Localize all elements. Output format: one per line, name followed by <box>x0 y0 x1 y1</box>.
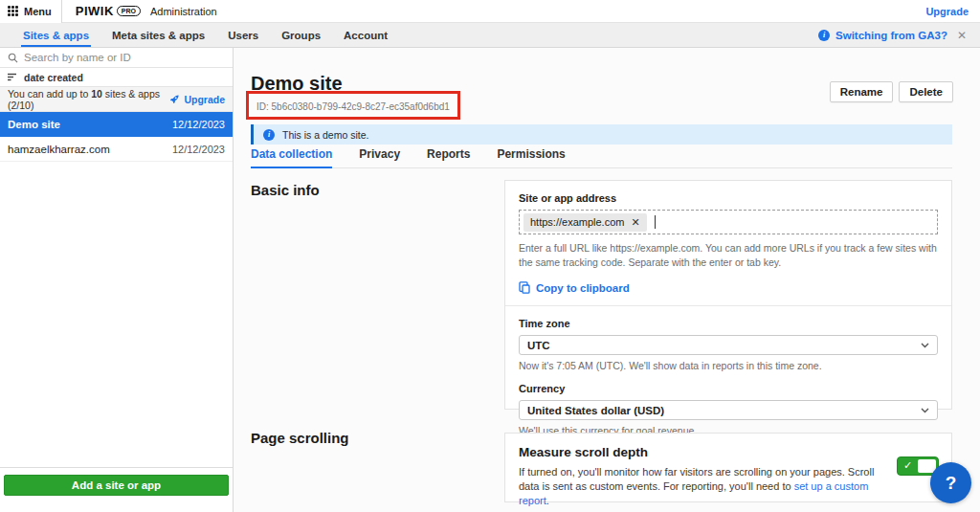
currency-label: Currency <box>519 383 938 394</box>
piwik-pro-logo: PIWIK PRO <box>76 4 141 18</box>
module-title: Administration <box>150 6 217 17</box>
timezone-value: UTC <box>527 340 550 351</box>
nav-tab-sites-apps[interactable]: Sites & apps <box>11 23 100 47</box>
nav-tab-users[interactable]: Users <box>216 23 270 47</box>
clipboard-icon <box>519 281 530 294</box>
sidebar-upgrade-link[interactable]: Upgrade <box>169 94 225 105</box>
add-site-button[interactable]: Add a site or app <box>4 475 229 496</box>
url-tag-text: https://example.com <box>530 216 624 228</box>
grid-menu-icon <box>8 6 18 16</box>
nav-tab-meta-sites-apps[interactable]: Meta sites & apps <box>100 23 216 47</box>
timezone-label: Time zone <box>519 318 938 329</box>
copy-to-clipboard-link[interactable]: Copy to clipboard <box>519 281 938 294</box>
site-list-item-demo-site[interactable]: Demo site 12/12/2023 <box>0 112 233 137</box>
nav-tab-groups[interactable]: Groups <box>270 23 332 47</box>
site-date: 12/12/2023 <box>172 144 225 155</box>
chevron-down-icon <box>921 408 929 413</box>
check-icon: ✓ <box>903 459 912 472</box>
menu-button[interactable]: Menu <box>0 0 62 23</box>
scroll-depth-description: If turned on, you'll monitor how far vis… <box>519 465 894 508</box>
ga3-banner: i Switching from GA3? ✕ <box>818 29 970 42</box>
currency-select[interactable]: United States dollar (USD) <box>519 400 938 420</box>
site-id-text: ID: 5b6c0380-b799-42c9-8c27-ec35af0d6bd1 <box>256 101 450 112</box>
search-row <box>0 48 233 68</box>
remove-url-icon[interactable]: ✕ <box>631 216 639 229</box>
basic-info-section-title: Basic info <box>251 182 320 198</box>
site-name: hamzaelkharraz.com <box>8 144 110 155</box>
close-icon[interactable]: ✕ <box>953 29 970 42</box>
site-date: 12/12/2023 <box>172 119 225 130</box>
switching-from-ga3-link[interactable]: Switching from GA3? <box>835 30 947 41</box>
admin-nav-bar: Sites & apps Meta sites & apps Users Gro… <box>0 23 980 48</box>
text-cursor <box>655 215 656 229</box>
search-input[interactable] <box>24 52 225 63</box>
brand-pro-badge: PRO <box>117 6 141 16</box>
tab-privacy[interactable]: Privacy <box>359 147 400 167</box>
site-id-annotation-box: ID: 5b6c0380-b799-42c9-8c27-ec35af0d6bd1 <box>246 91 460 120</box>
copy-to-clipboard-label: Copy to clipboard <box>536 282 630 294</box>
sort-by-date-control[interactable]: date created <box>0 68 233 87</box>
admin-nav-tabs: Sites & apps Meta sites & apps Users Gro… <box>11 23 399 47</box>
tab-permissions[interactable]: Permissions <box>497 147 565 167</box>
quota-banner: You can add up to 10 sites & apps (2/10)… <box>0 87 233 112</box>
currency-value: United States dollar (USD) <box>527 405 664 416</box>
rocket-icon <box>169 94 180 104</box>
card-divider <box>505 305 951 306</box>
delete-button[interactable]: Delete <box>899 81 953 102</box>
main-content: Demo site ID: 5b6c0380-b799-42c9-8c27-ec… <box>234 48 980 512</box>
header-actions: Rename Delete <box>830 81 953 102</box>
top-bar: Menu PIWIK PRO Administration Upgrade <box>0 0 980 23</box>
site-name: Demo site <box>8 119 60 130</box>
demo-banner-text: This is a demo site. <box>282 129 368 141</box>
chevron-down-icon <box>921 343 929 348</box>
address-help-text: Enter a full URL like https://example.co… <box>519 241 946 270</box>
tab-reports[interactable]: Reports <box>427 147 470 167</box>
menu-label: Menu <box>24 6 52 17</box>
address-field-label: Site or app address <box>519 192 938 204</box>
timezone-note: Now it's 7:05 AM (UTC). We'll show data … <box>519 360 938 371</box>
sidebar-footer: Add a site or app <box>0 467 233 512</box>
info-icon: i <box>263 129 275 141</box>
info-icon: i <box>818 30 830 41</box>
site-address-input[interactable]: https://example.com ✕ <box>519 210 938 234</box>
topbar-upgrade-link[interactable]: Upgrade <box>925 6 969 17</box>
tab-data-collection[interactable]: Data collection <box>251 147 332 167</box>
measure-scroll-depth-title: Measure scroll depth <box>519 445 938 459</box>
sort-label: date created <box>24 72 83 83</box>
rename-button[interactable]: Rename <box>830 81 894 102</box>
nav-tab-account[interactable]: Account <box>332 23 399 47</box>
page-scrolling-section-title: Page scrolling <box>251 430 349 446</box>
sites-sidebar: date created You can add up to 10 sites … <box>0 48 234 512</box>
demo-site-info-banner: i This is a demo site. <box>251 124 952 145</box>
sort-icon <box>8 73 18 81</box>
quota-text: You can add up to 10 sites & apps (2/10) <box>8 88 169 111</box>
brand-name: PIWIK <box>76 4 114 18</box>
search-icon <box>8 53 18 63</box>
basic-info-card: Site or app address https://example.com … <box>504 180 952 410</box>
settings-tabs: Data collection Privacy Reports Permissi… <box>251 147 952 168</box>
page-scrolling-card: Measure scroll depth If turned on, you'l… <box>504 433 952 502</box>
help-button[interactable]: ? <box>930 462 971 503</box>
url-tag: https://example.com ✕ <box>523 213 647 232</box>
site-list-item-hamzaelkharraz[interactable]: hamzaelkharraz.com 12/12/2023 <box>0 137 233 162</box>
timezone-select[interactable]: UTC <box>519 335 938 355</box>
